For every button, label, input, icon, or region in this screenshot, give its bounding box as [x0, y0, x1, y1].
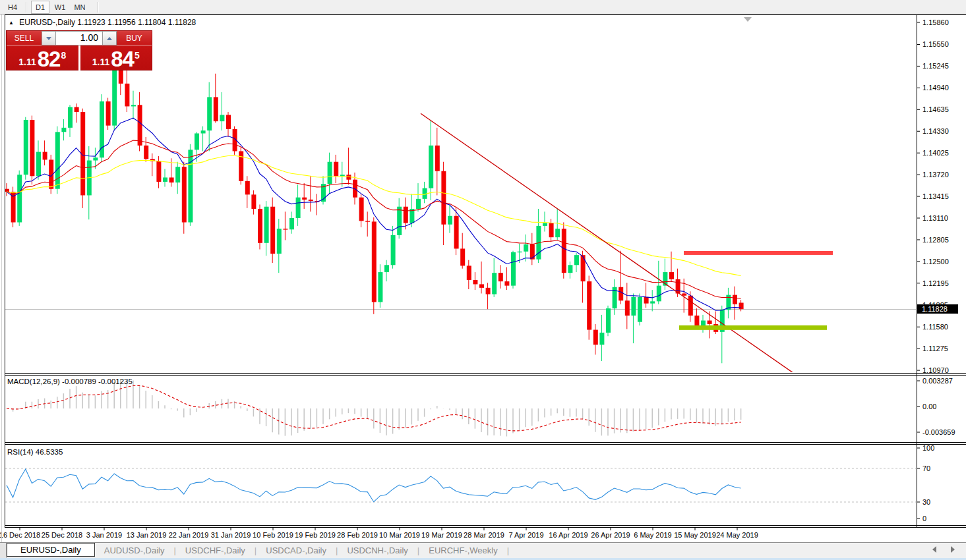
- price-panel: [5, 32, 916, 372]
- chart-tab-usdcnh[interactable]: USDCNH-,Daily: [338, 544, 417, 557]
- rsi-indicator-label: RSI(14) 46.5335: [7, 448, 63, 456]
- scroll-to-end-icon[interactable]: [744, 17, 752, 26]
- trading-terminal-window: H4D1W1MN ▲ EURUSD-,Daily 1.11923 1.11956…: [0, 0, 966, 560]
- tab-bar-edge: [0, 543, 7, 559]
- price-axis-label: 1.11275: [922, 345, 948, 352]
- timeframe-button-h4[interactable]: H4: [3, 1, 22, 14]
- buy-price-button[interactable]: 1.11845: [80, 45, 152, 70]
- date-axis-label: 26 Apr 2019: [591, 531, 630, 539]
- chart-tab-eurusd[interactable]: EURUSD-,Daily: [7, 543, 95, 557]
- price-axis-label: 1.13720: [922, 171, 949, 179]
- rsi-axis-label: 100: [922, 444, 934, 452]
- date-axis-label: 19 Mar 2019: [421, 531, 462, 539]
- macd-indicator-label: MACD(12,26,9) -0.000789 -0.001235: [7, 378, 133, 385]
- price-axis-label: 1.14940: [922, 84, 949, 92]
- rsi-axis-label: 0: [922, 515, 926, 522]
- date-axis-label: 31 Jan 2019: [211, 531, 251, 539]
- date-axis-label: 16 Dec 2018: [0, 531, 40, 539]
- tab-separator: |: [507, 546, 509, 555]
- date-axis-label: 3 Jan 2019: [86, 531, 122, 539]
- arrow-up-icon: [107, 34, 112, 40]
- support-line-object[interactable]: [679, 325, 827, 330]
- date-axis-label: 28 Feb 2019: [337, 531, 378, 539]
- price-axis-label: 1.15860: [922, 18, 949, 26]
- chart-title-bar: ▲ EURUSD-,Daily 1.11923 1.11956 1.11804 …: [9, 18, 196, 27]
- toolbar-separator: [98, 2, 99, 13]
- scroll-right-icon[interactable]: [951, 546, 958, 553]
- trendline-object[interactable]: [421, 113, 793, 372]
- buy-price-prefix: 1.11: [92, 55, 109, 69]
- date-axis-label: 24 May 2019: [716, 531, 758, 539]
- buy-button[interactable]: BUY: [117, 31, 152, 45]
- date-axis-label: 7 Apr 2019: [508, 531, 543, 539]
- price-axis-label: 1.15550: [922, 40, 949, 48]
- timeframe-toolbar: H4D1W1MN: [0, 0, 966, 14]
- chart-canvas[interactable]: [0, 0, 966, 560]
- toolbar-separator: [26, 2, 27, 13]
- arrow-down-icon: [46, 37, 51, 43]
- chart-ohlc-values: 1.11923 1.11956 1.11804 1.11828: [77, 18, 196, 27]
- date-axis-label: 25 Dec 2018: [42, 531, 82, 539]
- chart-frame: [5, 14, 966, 530]
- date-axis-label: 6 May 2019: [634, 531, 671, 539]
- chart-tabs-bar: EURUSD-,DailyAUDUSD-,Daily|USDCHF-,Daily…: [0, 542, 966, 558]
- volume-decrease-button[interactable]: [42, 32, 55, 45]
- price-axis-label: 1.13110: [922, 214, 948, 222]
- volume-input[interactable]: 1.00: [55, 32, 103, 45]
- price-axis-label: 1.14330: [922, 127, 949, 135]
- date-axis-label: 22 Jan 2019: [169, 531, 209, 539]
- chart-symbol-title: EURUSD-,Daily: [19, 18, 75, 27]
- macd-axis-label: 0.003287: [922, 377, 953, 385]
- macd-panel: [7, 379, 741, 436]
- price-axis-label: 1.14025: [922, 149, 949, 157]
- sell-price-pips: 8: [61, 51, 66, 59]
- price-axis-label: 1.12500: [922, 258, 949, 266]
- date-axis-label: 19 Feb 2019: [295, 531, 336, 539]
- timeframe-button-mn[interactable]: MN: [71, 1, 89, 14]
- one-click-trade-panel: SELL 1.00 BUY 1.11828 1.11845: [6, 30, 152, 70]
- date-axis-label: 15 May 2019: [674, 531, 716, 539]
- price-axis-label: 1.13415: [922, 192, 949, 200]
- date-axis-label: 13 Jan 2019: [127, 531, 167, 539]
- timeframe-button-d1[interactable]: D1: [31, 1, 49, 14]
- sell-price-main: 82: [38, 50, 61, 69]
- window-edge: [1, 14, 2, 559]
- timeframe-button-w1[interactable]: W1: [51, 1, 69, 14]
- buy-price-pips: 5: [135, 51, 140, 59]
- chart-tab-eurchf[interactable]: EURCHF-,Weekly: [419, 544, 507, 557]
- rsi-panel: [5, 468, 916, 502]
- rsi-line: [7, 469, 741, 502]
- date-axis-label: 16 Apr 2019: [549, 531, 588, 539]
- macd-axis-label: 0.00: [922, 403, 936, 410]
- current-price-tag: 1.11828: [917, 304, 958, 314]
- price-axis-label: 1.12195: [922, 279, 949, 287]
- price-axis-label: 1.12805: [922, 236, 949, 244]
- chart-tab-audusd[interactable]: AUDUSD-,Daily: [95, 544, 174, 557]
- sell-price-button[interactable]: 1.11828: [7, 45, 78, 70]
- collapse-panel-icon[interactable]: ▲: [9, 20, 14, 26]
- chart-tab-usdchf[interactable]: USDCHF-,Daily: [176, 544, 255, 557]
- resistance-line-object[interactable]: [684, 251, 833, 255]
- macd-axis-label: -0.003659: [922, 428, 955, 436]
- rsi-axis-label: 30: [922, 498, 930, 506]
- rsi-axis-label: 70: [922, 464, 930, 472]
- price-axis-label: 1.11580: [922, 323, 948, 331]
- chart-tab-usdcad[interactable]: USDCAD-,Daily: [257, 544, 336, 557]
- scroll-left-icon[interactable]: [929, 546, 936, 553]
- buy-price-main: 84: [111, 50, 134, 69]
- volume-stepper: 1.00: [42, 31, 117, 45]
- tab-scroll-buttons: [929, 546, 958, 553]
- volume-increase-button[interactable]: [103, 32, 116, 45]
- sell-price-prefix: 1.11: [18, 55, 36, 69]
- date-axis-label: 28 Mar 2019: [464, 531, 504, 539]
- date-axis-label: 10 Mar 2019: [379, 531, 420, 539]
- price-axis-label: 1.14635: [922, 105, 949, 113]
- sell-button[interactable]: SELL: [7, 31, 42, 45]
- price-axis-label: 1.15245: [922, 62, 949, 70]
- price-axis-label: 1.10970: [922, 366, 949, 374]
- date-axis-label: 10 Feb 2019: [253, 531, 293, 539]
